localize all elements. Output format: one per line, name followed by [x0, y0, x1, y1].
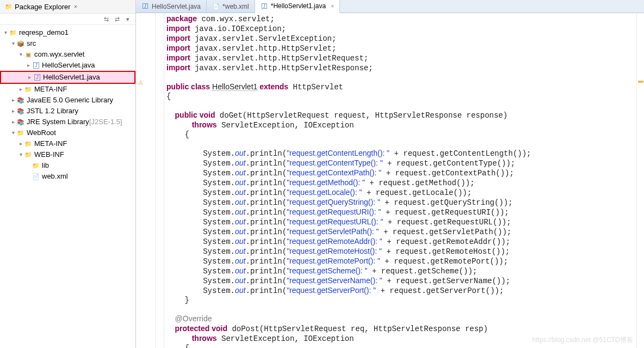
library-icon: 📚 — [16, 96, 25, 105]
tab-label: *web.xml — [222, 3, 249, 10]
project-tree: ▾📁reqresp_demo1 ▾📦src ▾▣com.wyx.servlet … — [0, 25, 135, 348]
tree-file-helloservlet1[interactable]: ▸🄹HelloServlet1.java — [0, 71, 135, 84]
tree-lib-folder[interactable]: 📁lib — [0, 160, 135, 171]
view-menu-icon[interactable]: ▾ — [123, 15, 132, 23]
tree-file-helloservlet[interactable]: ▸🄹HelloServlet.java — [0, 60, 135, 71]
tree-label: lib — [42, 161, 49, 170]
code-editor[interactable]: ⚠ package com.wyx.servlet; import java.i… — [136, 13, 644, 348]
library-icon: 📚 — [16, 107, 25, 115]
folder-icon: 📁 — [24, 150, 33, 159]
tree-label: JavaEE 5.0 Generic Library — [27, 95, 113, 105]
tree-label: HelloServlet.java — [42, 60, 95, 70]
java-file-icon: 🄹 — [141, 3, 149, 10]
fold-bar — [156, 13, 164, 348]
editor-gutter: ⚠ — [136, 13, 156, 348]
tree-label: JSTL 1.2 Library — [27, 106, 78, 116]
tree-project[interactable]: ▾📁reqresp_demo1 — [0, 27, 135, 38]
tree-label: WEB-INF — [34, 150, 64, 160]
tab-helloservlet1[interactable]: 🄹*HelloServlet1.java× — [255, 0, 340, 13]
java-file-icon: 🄹 — [33, 73, 41, 82]
tree-label: web.xml — [42, 172, 68, 181]
tree-label: HelloServlet1.java — [43, 72, 100, 82]
close-icon[interactable]: × — [331, 3, 334, 9]
tree-label-suffix: [J2SE-1.5] — [89, 117, 122, 127]
tab-helloservlet[interactable]: 🄹HelloServlet.java — [136, 0, 207, 13]
editor-area: 🄹HelloServlet.java 📄*web.xml 🄹*HelloServ… — [136, 0, 644, 348]
folder-icon: 📁 — [16, 129, 25, 137]
tree-webinf[interactable]: ▾📁WEB-INF — [0, 149, 135, 160]
package-explorer-panel: 📁 Package Explorer × ⇆ ⇄ ▾ ▾📁reqresp_dem… — [0, 0, 136, 348]
java-file-icon: 🄹 — [32, 61, 40, 70]
tree-webroot-metainf[interactable]: ▸📁META-INF — [0, 138, 135, 149]
code-content[interactable]: package com.wyx.servlet; import java.io.… — [164, 13, 636, 348]
project-icon: 📁 — [9, 28, 17, 37]
folder-icon: 📁 — [32, 161, 40, 170]
sidebar-header: 📁 Package Explorer × — [0, 0, 135, 14]
tree-lib-jre[interactable]: ▸📚JRE System Library [J2SE-1.5] — [0, 117, 135, 127]
tree-src[interactable]: ▾📦src — [0, 38, 135, 49]
tab-webxml[interactable]: 📄*web.xml — [207, 0, 255, 13]
library-icon: 📚 — [16, 118, 25, 126]
xml-file-icon: 📄 — [212, 3, 220, 10]
package-icon: ▣ — [24, 50, 33, 59]
tree-label: com.wyx.servlet — [34, 50, 84, 59]
sidebar-toolbar: ⇆ ⇄ ▾ — [0, 14, 135, 25]
close-icon[interactable]: × — [74, 3, 77, 10]
folder-icon: 📁 — [24, 139, 33, 148]
tab-label: HelloServlet.java — [152, 3, 201, 10]
tree-label: WebRoot — [27, 128, 56, 138]
java-file-icon: 🄹 — [261, 2, 268, 10]
tree-label: reqresp_demo1 — [19, 28, 69, 38]
overview-ruler — [636, 13, 644, 348]
xml-file-icon: 📄 — [32, 172, 40, 181]
tree-label: META-INF — [34, 139, 67, 149]
warning-marker[interactable] — [638, 81, 643, 83]
tree-package[interactable]: ▾▣com.wyx.servlet — [0, 49, 135, 60]
warning-icon: ⚠ — [138, 80, 145, 86]
tree-meta-inf[interactable]: ▸📁META-INF — [0, 84, 135, 95]
folder-icon: 📁 — [24, 85, 33, 94]
link-editor-icon[interactable]: ⇄ — [113, 15, 121, 23]
editor-tabs: 🄹HelloServlet.java 📄*web.xml 🄹*HelloServ… — [136, 0, 644, 13]
folder-icon: 📁 — [4, 2, 13, 11]
tree-webxml[interactable]: 📄web.xml — [0, 171, 135, 182]
tree-lib-jstl[interactable]: ▸📚JSTL 1.2 Library — [0, 106, 135, 117]
tree-webroot[interactable]: ▾📁WebRoot — [0, 127, 135, 138]
tree-lib-javaee[interactable]: ▸📚JavaEE 5.0 Generic Library — [0, 95, 135, 106]
tree-label: src — [27, 39, 36, 48]
collapse-all-icon[interactable]: ⇆ — [102, 15, 110, 23]
tree-label: META-INF — [34, 84, 67, 94]
sidebar-title: Package Explorer — [15, 3, 71, 11]
tab-label: *HelloServlet1.java — [271, 2, 326, 10]
tree-label: JRE System Library — [27, 117, 89, 127]
source-folder-icon: 📦 — [16, 39, 25, 48]
